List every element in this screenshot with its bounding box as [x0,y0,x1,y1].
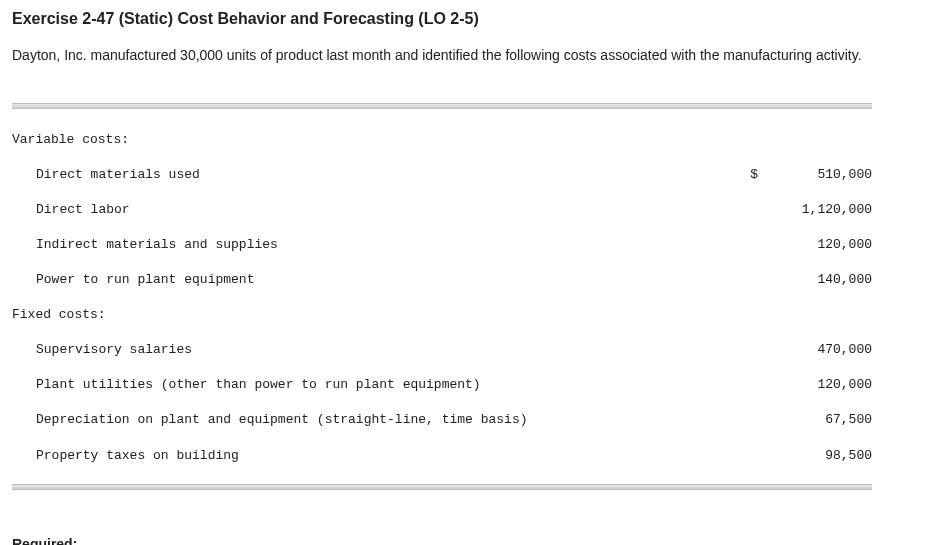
variable-costs-heading: Variable costs: [12,131,872,149]
cost-label: Property taxes on building [36,447,742,465]
cost-line: Direct materials used$510,000 [12,166,872,184]
cost-line: Depreciation on plant and equipment (str… [12,411,872,429]
cost-label: Direct materials used [36,166,742,184]
intro-paragraph: Dayton, Inc. manufactured 30,000 units o… [12,46,936,66]
currency-symbol [742,201,762,219]
cost-label: Supervisory salaries [36,341,742,359]
cost-label: Plant utilities (other than power to run… [36,376,742,394]
cost-value: 1,120,000 [762,201,872,219]
cost-value: 120,000 [762,376,872,394]
currency-symbol [742,376,762,394]
required-section: Required: Unit variable costs and total … [12,535,936,545]
required-label: Required: [12,536,77,545]
currency-symbol [742,447,762,465]
cost-value: 67,500 [762,411,872,429]
cost-line: Plant utilities (other than power to run… [12,376,872,394]
currency-symbol [742,341,762,359]
cost-value: 140,000 [762,271,872,289]
currency-symbol [742,236,762,254]
cost-value: 98,500 [762,447,872,465]
cost-value: 120,000 [762,236,872,254]
cost-label: Direct labor [36,201,742,219]
cost-line: Indirect materials and supplies120,000 [12,236,872,254]
fixed-costs-heading: Fixed costs: [12,306,872,324]
cost-value: 470,000 [762,341,872,359]
cost-label: Power to run plant equipment [36,271,742,289]
cost-label: Indirect materials and supplies [36,236,742,254]
cost-label: Depreciation on plant and equipment (str… [36,411,742,429]
cost-line: Direct labor1,120,000 [12,201,872,219]
cost-value: 510,000 [762,166,872,184]
cost-line: Power to run plant equipment140,000 [12,271,872,289]
currency-symbol [742,271,762,289]
currency-symbol: $ [742,166,762,184]
divider-bar-bottom [12,484,872,490]
currency-symbol [742,411,762,429]
exercise-title: Exercise 2-47 (Static) Cost Behavior and… [12,10,936,28]
cost-line: Supervisory salaries470,000 [12,341,872,359]
cost-data-block: Variable costs: Direct materials used$51… [12,84,872,512]
divider-bar-top [12,103,872,109]
cost-line: Property taxes on building98,500 [12,447,872,465]
